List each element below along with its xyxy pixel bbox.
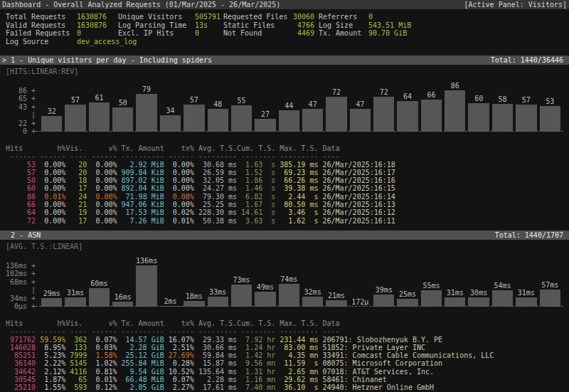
summary-value: 90.70 GiB [368,29,569,38]
panel-total: Total: 1440/1707 [495,231,563,240]
summary-label: Not Found [223,29,289,38]
bar: 55 [231,105,252,132]
table-cell: 0.00% [87,176,117,184]
table-row[interactable]: 346422.12%41160.81%9.54 GiB10.52%135.64 … [6,368,569,376]
table-cell: 14.57 GiB [117,336,164,344]
table-cell: 0.00% [164,161,194,169]
table-cell: 24.27 ms [194,184,237,192]
summary-label: Static Files [223,21,289,30]
table-row[interactable]: 361402.22%51451.02%255.84 MiB0.28% 15.87… [6,359,569,367]
column-separator: --------- [275,152,318,160]
table-cell: 60 [6,184,36,192]
table-cell: 30.66 ms [194,344,237,351]
table-row[interactable]: 500.00%180.00%897.02 KiB0.00% 32.05 ms 1… [6,176,569,184]
table-cell: 2.27% [164,383,194,391]
summary-value: 1630876 [77,13,118,21]
table-cell: 2.44 s [275,193,318,201]
table-cell: 15.87 ms [194,359,237,367]
table-row[interactable]: 600.00%170.00%892.04 KiB0.00% 24.27 ms 1… [6,184,569,192]
table-cell: 593 [65,383,87,391]
table-cell: 86 [6,193,36,201]
summary-label: Valid Requests [6,21,77,30]
table-cell: 228.30 ms [194,208,237,216]
axis-tick-label: 43 + [6,103,36,111]
table-row[interactable]: 1460288.95%1330.03%2.28 GiB2.51% 30.66 m… [6,344,569,351]
panel-asn: 2 - ASN Total: 1440/1707 [AVG. T.S.:LINE… [0,231,569,392]
table-row[interactable]: 640.00%190.00%17.53 MiB0.02%228.30 ms 14… [6,208,569,216]
table-cell: 4.35 mn [275,351,318,359]
table-row[interactable]: 530.00%200.00%2.92 MiB0.00% 30.68 ms 1.6… [6,161,569,169]
bar: 61 [89,102,110,132]
table-cell: 5.23% [36,351,65,359]
column-separator: -------- [237,152,275,160]
summary-value: 543.51 MiB [368,21,569,30]
panel-total: Total: 1440/36446 [491,55,563,65]
table-cell: 133 [65,344,87,351]
table-cell: 6.82 s [237,193,275,201]
table-cell: 30545 [6,376,36,383]
table-row[interactable]: 660.00%210.00%947.06 KiB0.00% 25.25 ms 1… [6,201,569,208]
table-cell: 50.38 ms [194,217,237,225]
axis-tick-label: 68ms + [6,278,36,286]
table-row[interactable]: 852515.23%79991.58%25.12 GiB27.69% 59.84… [6,351,569,359]
summary-label: Excl. IP Hits [118,29,195,38]
table-cell: 16.07% [164,336,194,344]
table-cell: 1.87% [36,376,65,383]
column-header: Max. T.S. [275,319,318,327]
column-separator: ---- [65,152,87,160]
table-cell: 24940: Hetzner Online GmbH [318,383,569,391]
table-cell: 17 [65,217,87,225]
table-cell: 2.28 ms [194,376,237,383]
active-panel-indicator: [Active Panel: Visitors] [464,1,568,9]
table-cell: 18 [65,176,87,184]
table-cell: 34642 [6,368,36,376]
table-row[interactable]: 860.01%240.00%71.98 MiB0.08% 79.30 ms 6.… [6,193,569,201]
table-cell: 26/Mar/2025:16:13 [318,201,569,208]
table-row[interactable]: 305451.87%650.01%66.48 MiB0.07% 2.28 ms … [6,376,569,383]
bar-value-label: 53 [531,98,569,105]
panel-header-asn[interactable]: 2 - ASN Total: 1440/1707 [0,231,569,240]
column-separator: -------- [237,327,275,335]
table-cell: 947.06 KiB [117,201,164,208]
bar: 72 [373,97,394,132]
summary-label: Unique Visitors [118,13,195,21]
table-cell: 32.05 ms [194,176,237,184]
table-cell: 71.98 MiB [117,193,164,201]
table-cell: 146028 [6,344,36,351]
table-cell: 7999 [65,351,87,359]
table-cell: 0.00% [164,201,194,208]
bar: 33ms [208,297,228,307]
table-cell: 14.61 s [237,208,275,216]
table-row[interactable]: 570.00%200.00%909.84 KiB0.00% 26.59 ms 1… [6,169,569,176]
table-row[interactable]: 720.00%170.00%7.26 MiB0.01% 50.38 ms 3.6… [6,217,569,225]
panel-header-visitors[interactable]: > 1 - Unique visitors per day - Includin… [0,55,569,65]
summary-value: 4766 [289,21,314,30]
axis-tick-label: 86 + [6,87,36,95]
table-row[interactable]: 252101.55%5930.12%2.05 GiB2.27% 17.61 ms… [6,383,569,391]
column-header: Vis. [65,144,87,152]
table-cell: 0.00% [87,208,117,216]
table-header-row: Hitsh%Vis.v%Tx. Amounttx%Avg. T.S.Cum. T… [6,144,569,152]
table-cell: 0.00% [36,161,65,169]
table-cell: 0.81% [87,368,117,376]
chart-scale-label: [HITS:LINEAR:REV] [6,68,563,75]
bar-value-label: 55 [223,97,260,105]
table-cell: 1.42 hr [237,351,275,359]
table-cell: 0.00% [87,184,117,192]
table-cell: 36140 [6,359,36,367]
table-cell: 2.65 mn [275,368,318,376]
column-separator: ------ [164,327,194,335]
table-cell: 17 [65,184,87,192]
table-cell: 1.52 s [237,169,275,176]
bar-value-label: 136ms [127,258,165,265]
table-cell: 58461: Chinanet [318,376,569,383]
table-cell: 1.02% [87,359,117,367]
column-separator: ---- [65,327,87,335]
column-header: h% [36,319,65,327]
chart-scale-label: [AVG. T.S.:LINEAR] [6,243,563,250]
table-cell: 3.63 s [237,217,275,225]
table-row[interactable]: 97176259.59%3620.07%14.57 GiB16.07% 29.3… [6,336,569,344]
bar: 34 [160,115,181,132]
table-cell: 2.12% [36,368,65,376]
bar: 57 [516,105,536,132]
